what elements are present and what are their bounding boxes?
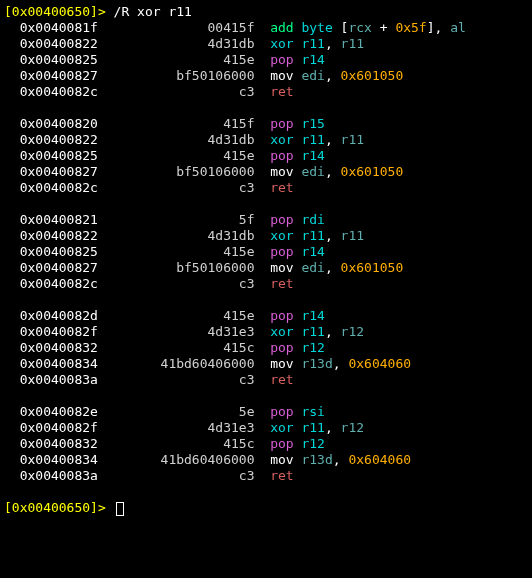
- disasm-row: 0x0040082c c3 ret: [4, 276, 528, 292]
- prompt-bracket: ]>: [90, 4, 113, 19]
- address: 0x00400821: [20, 212, 98, 227]
- operand: r12: [341, 324, 364, 339]
- mnemonic: ret: [270, 84, 293, 99]
- address: 0x00400832: [20, 436, 98, 451]
- address: 0x00400825: [20, 244, 98, 259]
- hex-bytes: c3: [98, 276, 255, 291]
- disasm-row: 0x0040083a c3 ret: [4, 468, 528, 484]
- operand: ,: [325, 260, 341, 275]
- disasm-row: 0x0040082e 5e pop rsi: [4, 404, 528, 420]
- address: 0x00400827: [20, 164, 98, 179]
- operand: 0x604060: [348, 452, 411, 467]
- address: 0x00400827: [20, 68, 98, 83]
- mnemonic: pop: [270, 244, 293, 259]
- hex-bytes: bf50106000: [98, 164, 255, 179]
- address: 0x0040082c: [20, 180, 98, 195]
- operand: ,: [325, 228, 341, 243]
- operand: r14: [301, 148, 324, 163]
- disasm-row: 0x00400825 415e pop r14: [4, 244, 528, 260]
- operand: edi: [301, 164, 324, 179]
- prompt-line-top: [0x00400650]> /R xor r11: [4, 4, 528, 20]
- prompt-bracket: [: [4, 4, 12, 19]
- hex-bytes: 415f: [98, 116, 255, 131]
- address: 0x00400822: [20, 36, 98, 51]
- command-input[interactable]: /R xor r11: [114, 4, 192, 19]
- mnemonic: mov: [270, 452, 293, 467]
- address: 0x00400825: [20, 52, 98, 67]
- mnemonic: pop: [270, 52, 293, 67]
- hex-bytes: 415e: [98, 244, 255, 259]
- disasm-row: 0x00400834 41bd60406000 mov r13d, 0x6040…: [4, 356, 528, 372]
- mnemonic: mov: [270, 260, 293, 275]
- prompt-bracket: ]>: [90, 500, 113, 515]
- hex-bytes: 4d31e3: [98, 324, 255, 339]
- mnemonic: xor: [270, 420, 293, 435]
- mnemonic: mov: [270, 356, 293, 371]
- address: 0x00400832: [20, 340, 98, 355]
- operand: ]: [427, 20, 435, 35]
- hex-bytes: c3: [98, 468, 255, 483]
- operand: ,: [333, 356, 349, 371]
- operand: 0x601050: [341, 260, 404, 275]
- address: 0x00400834: [20, 452, 98, 467]
- mnemonic: ret: [270, 276, 293, 291]
- operand: rsi: [301, 404, 324, 419]
- operand: r13d: [301, 356, 332, 371]
- hex-bytes: bf50106000: [98, 68, 255, 83]
- disasm-row: 0x00400822 4d31db xor r11, r11: [4, 36, 528, 52]
- operand: ,: [333, 452, 349, 467]
- mnemonic: pop: [270, 308, 293, 323]
- address: 0x0040081f: [20, 20, 98, 35]
- disasm-row: 0x00400820 415f pop r15: [4, 116, 528, 132]
- disassembly-output: [0x00400650]> /R xor r11 0x0040081f 0041…: [4, 4, 528, 516]
- operand: r14: [301, 308, 324, 323]
- operand: r15: [301, 116, 324, 131]
- operand: r11: [341, 228, 364, 243]
- operand: ,: [325, 324, 341, 339]
- operand: r11: [301, 324, 324, 339]
- disasm-row: 0x00400821 5f pop rdi: [4, 212, 528, 228]
- address: 0x0040082f: [20, 420, 98, 435]
- operand: r12: [301, 436, 324, 451]
- address: 0x0040082c: [20, 84, 98, 99]
- operand: 0x604060: [348, 356, 411, 371]
- prompt-line-bottom[interactable]: [0x00400650]>: [4, 500, 528, 516]
- mnemonic: xor: [270, 228, 293, 243]
- mnemonic: pop: [270, 148, 293, 163]
- hex-bytes: 41bd60406000: [98, 356, 255, 371]
- operand: 0x601050: [341, 164, 404, 179]
- disasm-row: 0x0040082c c3 ret: [4, 180, 528, 196]
- mnemonic: ret: [270, 180, 293, 195]
- operand: r11: [301, 36, 324, 51]
- disasm-row: 0x00400822 4d31db xor r11, r11: [4, 132, 528, 148]
- address: 0x0040083a: [20, 372, 98, 387]
- mnemonic: mov: [270, 68, 293, 83]
- mnemonic: xor: [270, 324, 293, 339]
- hex-bytes: 415c: [98, 436, 255, 451]
- group-divider: [4, 100, 528, 116]
- disasm-row: 0x00400832 415c pop r12: [4, 340, 528, 356]
- address: 0x00400834: [20, 356, 98, 371]
- operand: r13d: [301, 452, 332, 467]
- operand: edi: [301, 260, 324, 275]
- address: 0x00400827: [20, 260, 98, 275]
- operand: rdi: [301, 212, 324, 227]
- disasm-row: 0x00400822 4d31db xor r11, r11: [4, 228, 528, 244]
- hex-bytes: 5e: [98, 404, 255, 419]
- operand: ,: [325, 420, 341, 435]
- prompt-bracket: [: [4, 500, 12, 515]
- disasm-row: 0x00400827 bf50106000 mov edi, 0x601050: [4, 260, 528, 276]
- mnemonic: add: [270, 20, 293, 35]
- mnemonic: xor: [270, 132, 293, 147]
- operand: r11: [301, 228, 324, 243]
- operand: r12: [341, 420, 364, 435]
- hex-bytes: 41bd60406000: [98, 452, 255, 467]
- mnemonic: pop: [270, 116, 293, 131]
- mnemonic: pop: [270, 340, 293, 355]
- hex-bytes: 4d31db: [98, 36, 255, 51]
- address: 0x0040082d: [20, 308, 98, 323]
- cursor-icon[interactable]: [116, 502, 124, 516]
- operand: al: [450, 20, 466, 35]
- operand: +: [372, 20, 395, 35]
- hex-bytes: 415c: [98, 340, 255, 355]
